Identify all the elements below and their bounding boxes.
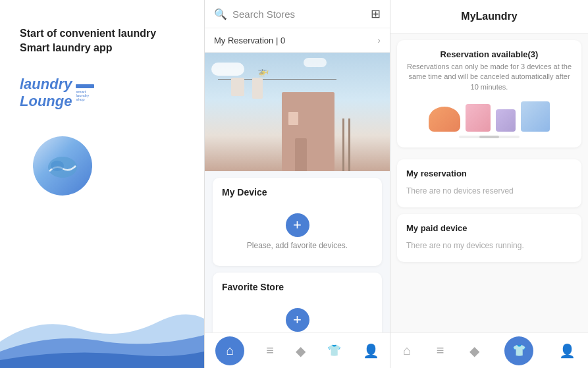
reservation-available-title: Reservation available(3) bbox=[406, 49, 572, 59]
hanging-cloth-2 bbox=[252, 78, 263, 99]
left-panel: Start of convenient laundry Smart laundr… bbox=[0, 0, 204, 368]
add-store-button[interactable]: + bbox=[286, 308, 309, 332]
right-laundry-icon: 👕 bbox=[512, 344, 526, 357]
right-nav-list-button[interactable]: ≡ bbox=[437, 343, 444, 358]
cloth-orange bbox=[429, 107, 460, 132]
right-nav-home-button[interactable]: ⌂ bbox=[403, 343, 411, 358]
add-device-area: + Please, add favorite devices. bbox=[222, 207, 373, 257]
nav-home-button[interactable]: ⌂ bbox=[215, 336, 244, 365]
drone-icon: 🚁 bbox=[257, 66, 269, 76]
scroll-indicator bbox=[459, 136, 520, 138]
my-device-title: My Device bbox=[222, 187, 373, 197]
right-bottom-nav: ⌂ ≡ ◆ 👕 👤 bbox=[390, 332, 588, 368]
cloth-lavender bbox=[496, 109, 516, 132]
tagline: Start of convenient laundry Smart laundr… bbox=[20, 26, 184, 56]
cloud-right bbox=[304, 58, 327, 67]
logo-small-text: smart laundry shop bbox=[76, 90, 94, 101]
search-input[interactable]: Search Stores bbox=[232, 9, 365, 20]
cloth-blue bbox=[521, 101, 550, 132]
qr-icon[interactable]: ⊞ bbox=[371, 7, 381, 21]
logo-sub: Lounge bbox=[20, 93, 72, 109]
right-list-icon: ≡ bbox=[437, 343, 444, 358]
add-device-button[interactable]: + bbox=[286, 213, 309, 237]
logo-main: laundry bbox=[20, 76, 72, 92]
nav-list-button[interactable]: ≡ bbox=[266, 343, 274, 358]
favorite-store-title: Favorite Store bbox=[222, 282, 373, 292]
middle-bottom-nav: ⌂ ≡ ◆ 👕 👤 bbox=[205, 332, 390, 368]
right-nav-location-button[interactable]: ◆ bbox=[469, 343, 479, 359]
building-illustration bbox=[282, 92, 334, 171]
list-icon: ≡ bbox=[266, 343, 274, 358]
favorite-store-card: Favorite Store + Please, add favorite st… bbox=[213, 273, 382, 332]
chevron-right-icon: › bbox=[377, 35, 381, 45]
logo-icon: smart laundry shop bbox=[76, 84, 94, 101]
my-paid-device-section: My paid device There are no my devices r… bbox=[397, 214, 581, 262]
svg-point-1 bbox=[51, 161, 64, 171]
logo-text: laundry Lounge bbox=[20, 76, 72, 110]
search-bar: 🔍 Search Stores ⊞ bbox=[205, 0, 390, 28]
right-nav-laundry-button[interactable]: 👕 bbox=[504, 336, 533, 365]
scroll-dot bbox=[479, 136, 499, 138]
middle-panel: 🔍 Search Stores ⊞ My Reservation | 0 › 🚁… bbox=[204, 0, 390, 368]
search-icon: 🔍 bbox=[214, 8, 227, 20]
right-content: My reservation There are no devices rese… bbox=[390, 154, 588, 332]
my-paid-device-empty: There are no my devices running. bbox=[406, 238, 572, 253]
my-reservation-empty: There are no devices reserved bbox=[406, 184, 572, 198]
clothes-illustration bbox=[406, 92, 572, 136]
nav-laundry-button[interactable]: 👕 bbox=[327, 344, 341, 357]
right-header: MyLaundry bbox=[390, 0, 588, 34]
ladder-illustration bbox=[342, 118, 350, 171]
profile-icon: 👤 bbox=[363, 343, 379, 359]
reservation-banner: Reservation available(3) Reservations ca… bbox=[397, 40, 581, 147]
logo-container: laundry Lounge smart laundry shop bbox=[20, 76, 94, 110]
hero-image: 🚁 bbox=[205, 53, 390, 171]
nav-profile-button[interactable]: 👤 bbox=[363, 343, 379, 359]
right-nav-profile-button[interactable]: 👤 bbox=[559, 343, 575, 359]
right-panel: MyLaundry Reservation available(3) Reser… bbox=[390, 0, 588, 368]
add-store-area: + Please, add favorite stores. bbox=[222, 302, 373, 332]
home-icon: ⌂ bbox=[226, 343, 234, 358]
my-reservation-section: My reservation There are no devices rese… bbox=[397, 159, 581, 207]
middle-content: My Device + Please, add favorite devices… bbox=[205, 171, 390, 332]
circle-logo bbox=[33, 136, 92, 196]
my-device-card: My Device + Please, add favorite devices… bbox=[213, 178, 382, 266]
reservation-bar[interactable]: My Reservation | 0 › bbox=[205, 28, 390, 53]
my-paid-device-title: My paid device bbox=[406, 223, 572, 233]
cloud-left bbox=[211, 63, 244, 76]
hanging-cloth bbox=[231, 78, 244, 96]
wave-decoration bbox=[0, 289, 204, 368]
location-icon: ◆ bbox=[296, 343, 306, 359]
right-location-icon: ◆ bbox=[469, 343, 479, 359]
reservation-available-sub: Reservations can only be made for 3 devi… bbox=[406, 62, 572, 92]
right-home-icon: ⌂ bbox=[403, 343, 411, 358]
cloth-pink bbox=[466, 104, 491, 132]
my-reservation-title: My reservation bbox=[406, 169, 572, 178]
right-profile-icon: 👤 bbox=[559, 343, 575, 359]
laundry-icon: 👕 bbox=[327, 344, 341, 357]
nav-location-button[interactable]: ◆ bbox=[296, 343, 306, 359]
mylaundry-title: MyLaundry bbox=[461, 11, 517, 22]
reservation-label: My Reservation | 0 bbox=[214, 36, 285, 45]
add-device-label: Please, add favorite devices. bbox=[247, 241, 348, 250]
